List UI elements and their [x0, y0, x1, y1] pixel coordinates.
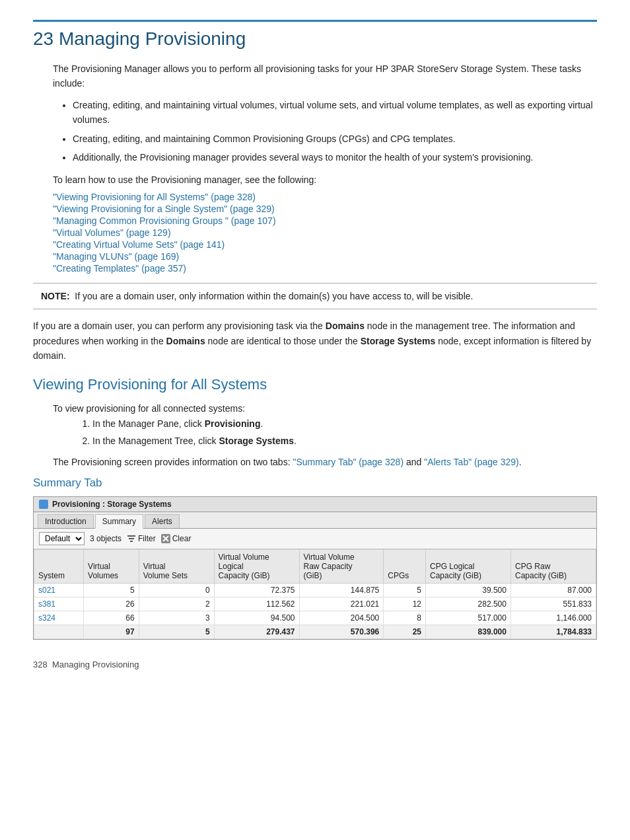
- data-table: System VirtualVolumes VirtualVolume Sets…: [34, 549, 596, 639]
- col-header-system: System: [34, 549, 84, 583]
- link-2[interactable]: "Viewing Provisioning for a Single Syste…: [53, 204, 597, 214]
- filter-button[interactable]: Filter: [127, 534, 156, 543]
- clear-button[interactable]: Clear: [161, 534, 192, 543]
- steps-list: In the Manager Pane, click Provisioning.…: [92, 416, 597, 449]
- panel-toolbar: Default 3 objects Filter Clear: [34, 529, 596, 549]
- svg-rect-1: [129, 538, 134, 539]
- totals-vvl: 279.437: [214, 625, 299, 638]
- totals-cpgr: 1,784.833: [510, 625, 596, 638]
- step-1: In the Manager Pane, click Provisioning.: [92, 416, 597, 431]
- filter-icon: [127, 534, 136, 543]
- page-footer: 328 Managing Provisioning: [33, 660, 597, 669]
- bullet-item-2: Creating, editing, and maintaining Commo…: [73, 132, 597, 146]
- tab-alerts[interactable]: Alerts: [145, 514, 180, 528]
- totals-vv: 97: [84, 625, 139, 638]
- cell-cpgs-s381: 12: [384, 597, 426, 611]
- link-5[interactable]: "Creating Virtual Volume Sets" (page 141…: [53, 239, 597, 250]
- chapter-title: 23 Managing Provisioning: [33, 20, 597, 50]
- filter-label: Filter: [138, 534, 156, 543]
- note-text: If you are a domain user, only informati…: [75, 291, 473, 301]
- panel-title-bar: Provisioning : Storage Systems: [34, 497, 596, 512]
- cell-vvr-s381: 221.021: [299, 597, 384, 611]
- footer-label: Managing Provisioning: [52, 660, 139, 669]
- note-box: NOTE: If you are a domain user, only inf…: [33, 283, 597, 309]
- col-header-cpg-logical: CPG LogicalCapacity (GiB): [426, 549, 511, 583]
- subsection-title: Summary Tab: [33, 477, 597, 490]
- bullet-item-1: Creating, editing, and maintaining virtu…: [73, 98, 597, 128]
- clear-label: Clear: [172, 534, 192, 543]
- svg-rect-0: [127, 535, 135, 537]
- section-intro: To view provisioning for all connected s…: [53, 401, 597, 416]
- cell-vvsets-s021: 0: [139, 583, 214, 597]
- link-7[interactable]: "Creating Templates" (page 357): [53, 263, 597, 274]
- svg-rect-2: [130, 541, 133, 542]
- table-row: s324 66 3 94.500 204.500 8 517.000 1,146…: [34, 611, 596, 625]
- alerts-tab-link[interactable]: "Alerts Tab" (page 329): [424, 457, 519, 467]
- objects-count: 3 objects: [90, 534, 122, 543]
- note-label: NOTE:: [41, 291, 70, 301]
- cell-vvl-s021: 72.375: [214, 583, 299, 597]
- bold-storage-systems: Storage Systems: [361, 336, 436, 346]
- totals-vvr: 570.396: [299, 625, 384, 638]
- link-6[interactable]: "Managing VLUNs" (page 169): [53, 251, 597, 262]
- cell-cpgr-s021: 87.000: [510, 583, 596, 597]
- cell-cpgs-s021: 5: [384, 583, 426, 597]
- totals-cpgl: 839.000: [426, 625, 511, 638]
- totals-vvsets: 5: [139, 625, 214, 638]
- footer-page-number: 328: [33, 660, 48, 669]
- panel-title-icon: [39, 500, 48, 509]
- totals-row: 97 5 279.437 570.396 25 839.000 1,784.83…: [34, 625, 596, 638]
- intro-paragraph: The Provisioning Manager allows you to p…: [53, 61, 597, 91]
- col-header-vv-logical: Virtual VolumeLogicalCapacity (GiB): [214, 549, 299, 583]
- screen-text: The Provisioning screen provides informa…: [53, 455, 597, 469]
- learn-text: To learn how to use the Provisioning man…: [53, 172, 597, 187]
- panel-tabs: Introduction Summary Alerts: [34, 512, 596, 529]
- cell-system-s021[interactable]: s021: [34, 583, 84, 597]
- col-header-cpg-raw: CPG RawCapacity (GiB): [510, 549, 596, 583]
- cell-cpgr-s324: 1,146.000: [510, 611, 596, 625]
- cell-system-s324[interactable]: s324: [34, 611, 84, 625]
- step2-bold: Storage Systems: [219, 436, 294, 446]
- col-header-cpgs: CPGs: [384, 549, 426, 583]
- bullet-list: Creating, editing, and maintaining virtu…: [73, 98, 597, 165]
- cell-vvl-s381: 112.562: [214, 597, 299, 611]
- cell-vvl-s324: 94.500: [214, 611, 299, 625]
- cell-vv-s324: 66: [84, 611, 139, 625]
- bold-domains-2: Domains: [166, 336, 205, 346]
- cell-cpgl-s324: 517.000: [426, 611, 511, 625]
- col-header-vv-raw: Virtual VolumeRaw Capacity(GiB): [299, 549, 384, 583]
- col-header-vv: VirtualVolumes: [84, 549, 139, 583]
- link-1[interactable]: "Viewing Provisioning for All Systems" (…: [53, 192, 597, 202]
- cell-cpgr-s381: 551.833: [510, 597, 596, 611]
- section-title: Viewing Provisioning for All Systems: [33, 376, 597, 393]
- tab-introduction[interactable]: Introduction: [38, 514, 94, 528]
- totals-cpgs: 25: [384, 625, 426, 638]
- totals-system-cell: [34, 625, 84, 638]
- cell-system-s381[interactable]: s381: [34, 597, 84, 611]
- cell-vv-s021: 5: [84, 583, 139, 597]
- link-3[interactable]: "Managing Common Provisioning Groups " (…: [53, 215, 597, 226]
- cell-cpgl-s381: 282.500: [426, 597, 511, 611]
- col-header-vvsets: VirtualVolume Sets: [139, 549, 214, 583]
- clear-icon: [161, 534, 170, 543]
- cell-cpgl-s021: 39.500: [426, 583, 511, 597]
- domain-paragraph: If you are a domain user, you can perfor…: [33, 319, 597, 363]
- provisioning-panel: Provisioning : Storage Systems Introduct…: [33, 496, 597, 640]
- cell-vv-s381: 26: [84, 597, 139, 611]
- default-select[interactable]: Default: [39, 532, 85, 545]
- cell-vvsets-s324: 3: [139, 611, 214, 625]
- cell-vvr-s324: 204.500: [299, 611, 384, 625]
- summary-tab-link[interactable]: "Summary Tab" (page 328): [293, 457, 403, 467]
- bold-domains-1: Domains: [326, 321, 365, 331]
- cell-vvsets-s381: 2: [139, 597, 214, 611]
- step1-bold: Provisioning: [205, 418, 261, 429]
- step-2: In the Management Tree, click Storage Sy…: [92, 434, 597, 448]
- bullet-item-3: Additionally, the Provisioning manager p…: [73, 150, 597, 165]
- cell-cpgs-s324: 8: [384, 611, 426, 625]
- tab-summary[interactable]: Summary: [95, 514, 143, 529]
- panel-title-text: Provisioning : Storage Systems: [52, 500, 172, 509]
- table-row: s381 26 2 112.562 221.021 12 282.500 551…: [34, 597, 596, 611]
- links-list: "Viewing Provisioning for All Systems" (…: [53, 192, 597, 274]
- link-4[interactable]: "Virtual Volumes" (page 129): [53, 227, 597, 238]
- table-row: s021 5 0 72.375 144.875 5 39.500 87.000: [34, 583, 596, 597]
